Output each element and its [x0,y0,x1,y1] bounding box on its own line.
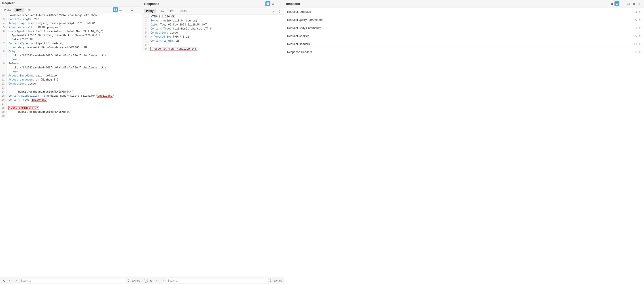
request-view-menu[interactable]: ⋮ [124,8,128,12]
tab-response-raw[interactable]: Raw [156,9,166,14]
chevron-down-icon: ∨ [639,18,641,22]
svg-rect-9 [266,4,268,5]
svg-rect-11 [272,3,274,3]
code-line: 16 Content-Type: image/png [0,98,142,102]
request-search-input[interactable] [19,278,127,283]
code-line: 642682ea-ebed-4d1f-b9fa-c40bfcc79eb7.cha… [0,14,142,18]
tab-request-hex[interactable]: Hex [24,8,33,12]
code-line: 5 Connection: close [142,31,284,35]
code-line: 4 Accept: application/json, text/javascr… [0,22,142,26]
inspector-maximize-btn[interactable]: □ [626,1,631,6]
svg-rect-17 [612,4,613,5]
inspector-row-label: Response Headers [287,50,312,54]
inspector-row-count: 11 [634,42,637,46]
response-options-btn[interactable]: ⋮ [277,9,282,14]
code-line: 20 [0,114,142,118]
response-code-area[interactable]: 1 HTTP/1.1 200 OK 2 Server: nginx/1.18.0… [142,15,284,277]
inspector-minimize-btn[interactable]: — [621,1,626,6]
request-view-grid[interactable] [113,8,118,12]
inspector-row-count: 0 [636,34,637,38]
response-view-menu[interactable]: ⋮ [276,1,281,6]
response-bottom-bar: ? ⚙ ← → 0 matches [142,277,284,284]
inspector-row-cookies[interactable]: Request Cookies 0 ∨ [284,32,644,40]
code-line: how [0,58,142,62]
response-back-btn[interactable]: ← [154,278,160,283]
request-forward-btn[interactable]: → [14,278,18,283]
inspector-row-body-params[interactable]: Request Body Parameters 1 ∨ [284,24,644,32]
tab-response-pretty[interactable]: Pretty [144,9,156,14]
code-line: 6 X-Powered-By: PHP/7.3.11 [142,35,284,39]
code-line: 4 Content-Type: text/html; charset=UTF-8 [142,27,284,31]
code-line: 18 <?php phpinfo();?> [0,106,142,110]
svg-rect-14 [611,3,612,4]
inspector-row-label: Request Query Parameters [287,18,322,22]
code-line: 19 ------WebKitFormBoundarys1eHfkKISWBk4… [0,110,142,114]
inspector-row-response-headers[interactable]: Response Headers 6 ∨ [284,48,644,56]
tab-request-pretty[interactable]: Pretty [2,8,13,12]
inspector-close-btn[interactable]: ✕ [637,1,642,6]
inspector-header: Inspector [284,0,644,8]
svg-rect-19 [616,4,618,4]
inspector-panel: Inspector [284,0,644,284]
response-panel: Response [142,0,284,284]
response-wrap-btn[interactable]: ↵ [272,9,276,14]
response-search-input[interactable] [166,278,269,283]
code-line: how/ [0,70,142,74]
chevron-down-icon: ∨ [639,42,641,46]
main-container: Request Pretty Raw Hex [0,0,644,284]
inspector-title: Inspector [286,2,300,6]
request-back-btn[interactable]: ← [8,278,12,283]
inspector-view-list[interactable] [614,1,620,6]
request-settings-btn[interactable]: ⚙ [2,278,7,283]
tab-response-render[interactable]: Render [176,9,190,14]
inspector-row-count: 1 [636,26,637,30]
code-line: 5 X-Requested-With: XMLHttpRequest [0,26,142,30]
code-line: 2 Server: nginx/1.18.0 (Ubuntu) [142,19,284,23]
response-settings-btn[interactable]: ⚙ [149,278,154,283]
request-wrap-btn[interactable]: ↵ [130,8,134,12]
inspector-settings-btn[interactable]: ⚙ [632,1,636,6]
response-view-list[interactable] [270,1,276,6]
code-line: AppleWebKit/537.36 (KHTML, like Gecko) C… [0,34,142,38]
response-header: Response [142,0,284,8]
response-title: Response [144,2,159,6]
inspector-row-label: Request Headers [287,42,310,46]
inspector-row-query-params[interactable]: Request Query Parameters 0 ∨ [284,16,644,24]
request-matches-label: 0 matches [128,279,140,282]
request-view-list[interactable] [118,8,123,12]
code-line: 17 [0,102,142,106]
svg-rect-7 [266,2,268,4]
inspector-row-request-headers[interactable]: Request Headers 11 ∨ [284,40,644,48]
chevron-down-icon: ∨ [639,34,641,38]
inspector-row-request-attributes[interactable]: Request Attributes 2 ∨ [284,8,644,16]
response-matches-label: 0 matches [270,279,282,282]
inspector-row-label: Request Attributes [287,10,311,14]
svg-rect-8 [268,2,269,4]
code-line: 10 Accept-Encoding: gzip, deflate [0,74,142,78]
response-help-btn[interactable]: ? [144,279,148,283]
code-line: boundary=----WebKitFormBoundarys1eHfkKIS… [0,46,142,50]
code-line: 11 Accept-Language: zh-CN,zh;q=0.9 [0,78,142,82]
tab-response-hex[interactable]: Hex [166,9,176,14]
request-code-area[interactable]: 642682ea-ebed-4d1f-b9fa-c40bfcc79eb7.cha… [0,14,142,277]
code-line: 15 Content-Disposition: form-data; name=… [0,94,142,98]
inspector-view-grid[interactable] [609,1,614,6]
response-forward-btn[interactable]: → [160,278,165,283]
svg-rect-6 [120,10,122,11]
tab-request-raw[interactable]: Raw [14,8,24,12]
response-header-controls: ⋮ [266,1,282,6]
svg-rect-18 [616,3,618,3]
code-line: 7 Content-Type: multipart/form-data; [0,42,142,46]
svg-rect-4 [120,9,122,9]
response-view-grid[interactable] [266,1,270,6]
code-line: 8 [142,43,284,47]
inspector-controls: — □ ⚙ ✕ [609,1,642,6]
svg-rect-1 [116,8,117,10]
code-line: 14 ------WebKitFormBoundarys1eHfkKISWBk4… [0,90,142,94]
inspector-row-count: 2 [636,10,637,14]
request-view-modes: ⋮ [113,8,128,12]
svg-rect-10 [268,4,269,5]
svg-rect-12 [272,4,274,4]
request-options-btn[interactable]: ⋮ [135,8,140,12]
svg-rect-16 [611,4,612,5]
